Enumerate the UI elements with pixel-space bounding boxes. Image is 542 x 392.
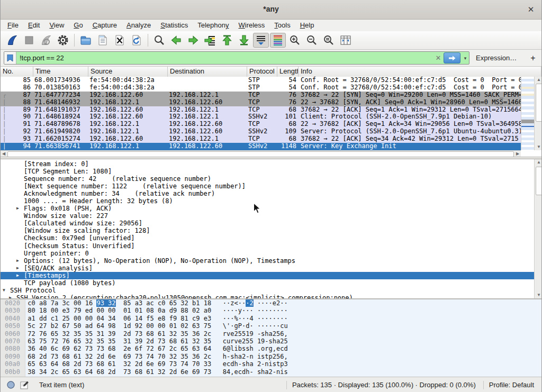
go-last-packet-icon[interactable] [236,33,252,48]
hex-row-0030[interactable]: 0030 80 18 00 e3 79 ed 00 00 01 01 08 0a… [1,307,541,314]
column-header-length[interactable]: Length [277,67,299,77]
hex-row-0090[interactable]: 0090 68 2d 73 68 61 32 2d 6e 69 73 74 70… [1,353,541,360]
scroll-down-arrow-icon[interactable]: ▼ [535,292,542,298]
hex-row-0060[interactable]: 0060 72 76 65 32 35 35 31 39 2d 73 68 61… [1,330,541,338]
detail-line[interactable]: [Checksum Status: Unverified] [1,242,534,250]
filter-clear-icon[interactable]: ✕ [433,54,444,62]
scroll-down-arrow-icon[interactable]: ▼ [535,144,542,150]
menu-item-view[interactable]: View [44,20,69,31]
scroll-up-arrow-icon[interactable]: ▲ [535,159,542,166]
colorize-packets-icon[interactable] [270,33,286,48]
zoom-reset-icon[interactable] [321,33,337,48]
hex-row-0020[interactable]: 0020 c0 a8 7a 3c 00 16 93 32 85 a3 ac c0… [1,299,541,307]
detail-vscrollbar[interactable]: ▲ ▼ [534,159,542,298]
detail-line[interactable]: [Stream index: 0] [1,160,534,168]
column-header-info[interactable]: Info [299,67,541,77]
detail-line[interactable]: ▼SSH Protocol [1,287,534,294]
menu-item-go[interactable]: Go [69,20,87,31]
go-to-packet-icon[interactable] [202,33,218,48]
detail-line[interactable]: ▶[Timestamps] [1,272,534,279]
open-file-icon[interactable] [78,33,94,48]
reload-file-icon[interactable] [129,33,144,48]
packet-row-85[interactable]: 8568.001734936fe:54:00:d4:38:2aSTP54Conf… [1,77,521,84]
detail-line[interactable]: [Window size scaling factor: 128] [1,227,534,234]
menu-item-analyze[interactable]: Analyze [122,20,156,31]
scrollbar-thumb[interactable] [536,167,542,195]
hex-row-0050[interactable]: 0050 5c 27 b2 67 50 ad 64 98 1d 92 00 00… [1,322,541,330]
auto-scroll-live-icon[interactable] [253,33,269,48]
detail-line[interactable]: ▶SSH Version 2 (encryption:chacha20-poly… [1,294,534,298]
detail-line[interactable]: Urgent pointer: 0 [1,250,534,257]
detail-line[interactable]: Sequence number: 42 (relative sequence n… [1,175,534,183]
expert-info-icon[interactable] [7,381,15,389]
collapsed-arrow-icon[interactable]: ▶ [16,272,19,279]
hex-row-00a0[interactable]: 00a0 65 63 64 68 2d 73 68 61 32 2d 6e 69… [1,360,541,368]
menu-item-statistics[interactable]: Statistics [156,20,193,31]
title-bar[interactable]: *any ✕ [1,0,541,20]
packet-row-86[interactable]: 8670.013850163fe:54:00:d4:38:2aSTP54Conf… [1,84,521,92]
packet-row-90[interactable]: │9071.648618924192.168.122.60192.168.122… [1,113,521,121]
add-filter-button[interactable]: + [523,53,542,63]
restart-capture-icon[interactable] [38,33,54,48]
menu-item-edit[interactable]: Edit [23,20,44,31]
menu-item-file[interactable]: File [3,20,23,31]
packet-row-89[interactable]: │8971.648191037192.168.122.60192.168.122… [1,106,521,114]
packet-row-94[interactable]: │9471.663856741192.168.122.1192.168.122.… [1,143,521,150]
packet-row-87[interactable]: ┌8771.647777234192.168.122.60192.168.122… [1,92,521,99]
resize-columns-icon[interactable] [338,33,354,48]
go-back-icon[interactable] [168,33,184,48]
menu-item-wireless[interactable]: Wireless [234,20,270,31]
detail-line[interactable]: Window size value: 227 [1,212,534,220]
zoom-out-icon[interactable] [304,33,320,48]
intelligent-scrollbar-minimap[interactable] [521,77,535,150]
detail-line[interactable]: Checksum: 0x79ed [unverified] [1,234,534,242]
display-filter-input[interactable] [16,54,433,62]
scrollbar-thumb[interactable] [536,84,542,122]
hex-row-0080[interactable]: 0080 36 40 6c 69 62 73 73 68 2e 6f 72 67… [1,345,541,352]
menu-item-telephony[interactable]: Telephony [193,20,233,31]
hex-row-0070[interactable]: 0070 63 75 72 76 65 32 35 35 31 39 2d 73… [1,338,541,345]
packet-row-91[interactable]: │9171.648789678192.168.122.1192.168.122.… [1,121,521,128]
hex-row-0040[interactable]: 0040 a1 dd c1 25 00 00 04 34 06 14 f5 e8… [1,315,541,322]
save-file-icon[interactable] [95,33,111,48]
find-packet-icon[interactable] [151,33,167,48]
detail-line[interactable]: 1000 .... = Header Length: 32 bytes (8) [1,197,534,205]
column-header-protocol[interactable]: Protocol [247,67,277,77]
close-file-icon[interactable] [112,33,128,48]
filter-apply-button[interactable] [444,52,460,63]
column-header-time[interactable]: Time [33,67,88,77]
status-profile[interactable]: Profile: Default [489,381,541,389]
hex-row-00b0[interactable]: 00b0 38 34 2c 65 63 64 68 2d 73 68 61 32… [1,368,541,376]
detail-line[interactable]: ▶[SEQ/ACK analysis] [1,265,534,272]
detail-line[interactable]: [TCP Segment Len: 1080] [1,168,534,175]
detail-line[interactable]: [Next sequence number: 1122 (relative se… [1,183,534,190]
menu-item-capture[interactable]: Capture [88,20,122,31]
expression-button[interactable]: Expression… [469,54,523,62]
detail-line[interactable]: ▶Options: (12 bytes), No-Operation (NOP)… [1,257,534,265]
detail-line[interactable]: ▶Flags: 0x018 (PSH, ACK) [1,205,534,212]
close-window-button[interactable]: ✕ [526,4,536,15]
column-header-destination[interactable]: Destination [168,67,247,77]
filter-bookmark-icon[interactable] [4,52,16,64]
go-forward-icon[interactable] [185,33,201,48]
collapsed-arrow-icon[interactable]: ▶ [9,294,12,298]
scroll-up-arrow-icon[interactable]: ▲ [535,77,542,83]
capture-comment-icon[interactable] [20,381,29,389]
packet-list-vscrollbar[interactable]: ▲ ▼ [534,77,542,150]
capture-options-icon[interactable] [55,33,71,48]
menu-item-tools[interactable]: Tools [269,20,295,31]
packet-row-88[interactable]: │8871.648146932192.168.122.1192.168.122.… [1,99,521,106]
collapsed-arrow-icon[interactable]: ▶ [16,205,19,212]
expanded-arrow-icon[interactable]: ▼ [3,287,5,294]
column-header-source[interactable]: Source [88,67,168,77]
zoom-in-icon[interactable] [287,33,303,48]
detail-line[interactable]: TCP payload (1080 bytes) [1,279,534,287]
go-first-packet-icon[interactable] [219,33,235,48]
packet-row-93[interactable]: │9371.662015274192.168.122.60192.168.122… [1,135,521,143]
menu-item-help[interactable]: Help [295,20,319,31]
stop-capture-icon[interactable] [21,33,37,48]
collapsed-arrow-icon[interactable]: ▶ [16,257,19,265]
collapsed-arrow-icon[interactable]: ▶ [16,265,19,272]
start-capture-icon[interactable] [4,33,20,48]
column-header-no[interactable]: No. [1,67,33,77]
